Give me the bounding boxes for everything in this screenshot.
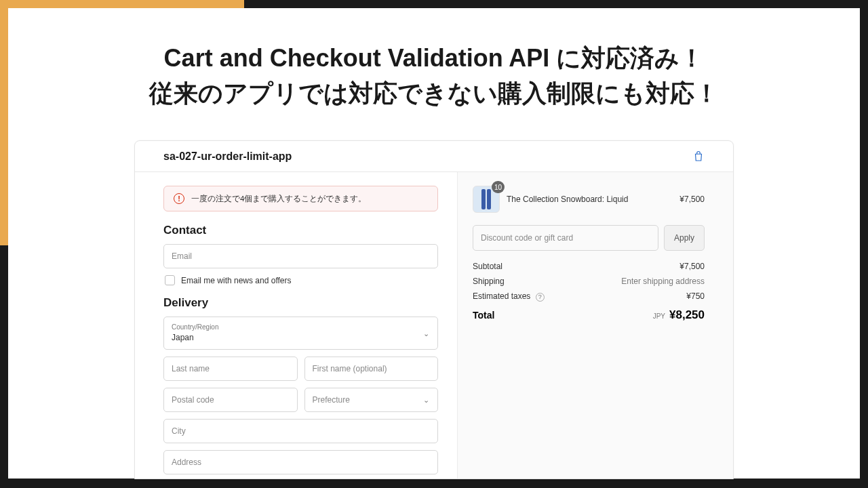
chevron-down-icon: ⌄ [423,396,429,405]
cart-line-item: 10 The Collection Snowboard: Liquid ¥7,5… [473,186,705,213]
contact-heading: Contact [163,224,438,237]
chevron-down-icon: ⌄ [423,329,429,338]
help-icon[interactable]: ? [536,293,545,302]
prefecture-select[interactable]: Prefecture ⌄ [304,388,439,412]
headline: Cart and Checkout Validation API に対応済み！ … [8,41,860,111]
cart-bag-icon[interactable] [692,150,705,163]
address-field[interactable]: Address [163,450,438,474]
country-value: Japan [172,333,430,342]
email-placeholder: Email [172,251,430,261]
order-summary-column: 10 The Collection Snowboard: Liquid ¥7,5… [458,172,733,479]
country-label: Country/Region [172,324,430,331]
city-field[interactable]: City [163,419,438,443]
validation-error-banner: ! 一度の注文で4個まで購入することができます。 [163,186,438,211]
last-name-field[interactable]: Last name [163,357,298,381]
apply-discount-button[interactable]: Apply [664,225,705,251]
delivery-heading: Delivery [163,296,438,310]
total-row: Total JPY¥8,250 [473,308,705,322]
subtotal-row: Subtotal ¥7,500 [473,262,705,271]
product-price: ¥7,500 [679,195,705,204]
tax-row: Estimated taxes ? ¥750 [473,291,705,302]
error-icon: ! [174,193,184,204]
headline-line-1: Cart and Checkout Validation API に対応済み！ [8,41,860,76]
slide: Cart and Checkout Validation API に対応済み！ … [8,8,860,479]
checkout-form-column: ! 一度の注文で4個まで購入することができます。 Contact Email E… [135,172,458,479]
error-message: 一度の注文で4個まで購入することができます。 [191,194,366,204]
product-name: The Collection Snowboard: Liquid [507,195,673,204]
discount-code-input[interactable]: Discount code or gift card [473,225,658,251]
checkout-screenshot: sa-027-ur-order-limit-app ! 一度の注文で4個まで購入… [134,140,734,479]
product-thumbnail: 10 [473,186,500,213]
email-field[interactable]: Email [163,244,438,268]
first-name-field[interactable]: First name (optional) [304,357,439,381]
news-checkbox-label: Email me with news and offers [181,276,292,285]
news-checkbox[interactable] [165,275,175,285]
country-select[interactable]: Country/Region Japan ⌄ [163,317,438,350]
checkout-header: sa-027-ur-order-limit-app [135,141,733,172]
headline-line-2: 従来のアプリでは対応できない購入制限にも対応！ [8,76,860,111]
quantity-badge: 10 [492,181,505,193]
postal-code-field[interactable]: Postal code [163,388,298,412]
shipping-row: Shipping Enter shipping address [473,277,705,286]
shop-name: sa-027-ur-order-limit-app [163,150,292,163]
